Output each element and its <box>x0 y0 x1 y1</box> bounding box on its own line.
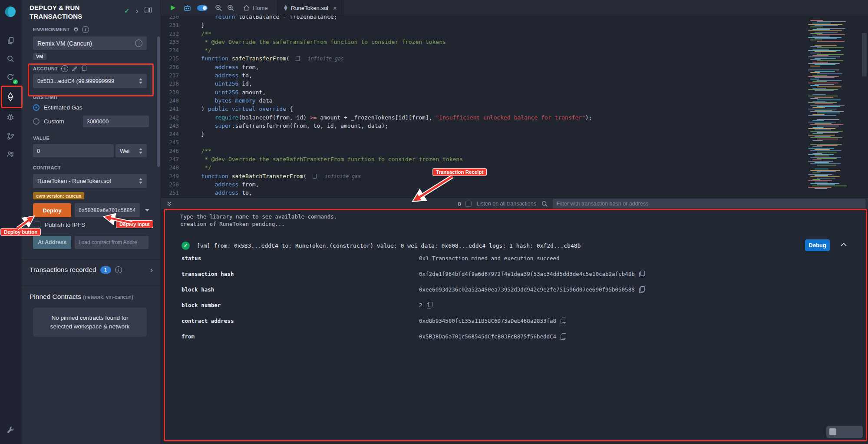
copy-icon[interactable] <box>639 271 644 277</box>
copilot-toggle[interactable] <box>195 0 209 16</box>
copy-icon[interactable] <box>561 318 566 324</box>
divider <box>21 285 161 285</box>
zoom-out-button[interactable] <box>213 0 224 16</box>
copy-account-icon[interactable] <box>81 66 86 72</box>
tab-home[interactable]: Home <box>237 0 274 16</box>
compile-success-badge-icon: ✓ <box>13 80 18 84</box>
code-line: 240 bytes memory data <box>161 96 803 105</box>
terminal-search-icon[interactable] <box>541 200 548 207</box>
transactions-info-icon[interactable]: i <box>115 266 122 273</box>
value-input[interactable] <box>33 144 114 157</box>
settings-button[interactable] <box>0 421 21 439</box>
listen-all-checkbox[interactable] <box>465 201 472 207</box>
estimated-gas-radio[interactable] <box>33 104 40 111</box>
code-line: 247 * @dev Override the safeBatchTransfe… <box>161 155 803 163</box>
tab-close-icon[interactable]: × <box>333 4 337 12</box>
play-icon <box>169 4 176 11</box>
panel-scrollbar[interactable] <box>157 36 160 167</box>
debug-button[interactable]: Debug <box>805 239 830 251</box>
remix-logo[interactable] <box>0 3 21 21</box>
publish-ipfs-checkbox[interactable] <box>34 222 40 228</box>
terminal-filter-input[interactable] <box>553 199 865 209</box>
publish-ipfs-row: Publish to IPFS <box>34 222 85 228</box>
terminal[interactable]: Type the library name to see available c… <box>161 210 868 444</box>
run-script-button[interactable] <box>167 0 179 16</box>
deploy-run-button[interactable] <box>0 88 21 106</box>
at-address-input[interactable] <box>75 236 149 249</box>
value-label: VALUE <box>33 136 50 141</box>
environment-info-icon[interactable]: i <box>82 26 89 33</box>
account-label-row: ACCOUNT + <box>33 65 86 72</box>
unit-stepper-icon[interactable] <box>139 148 142 154</box>
file-explorer-button[interactable] <box>0 31 21 50</box>
copy-icon[interactable] <box>427 302 432 308</box>
transactions-chevron-icon[interactable]: › <box>150 266 153 273</box>
code-line: 248 */ <box>161 163 803 172</box>
panel-title: DEPLOY & RUN TRANSACTIONS <box>30 3 123 20</box>
code-line: 250 address from, <box>161 180 803 189</box>
terminal-header-right: 0 Listen on all transactions <box>458 199 865 209</box>
account-stepper-icon[interactable] <box>139 78 142 84</box>
layout-toggle-button[interactable] <box>145 7 152 15</box>
remix-logo-icon <box>3 5 17 19</box>
account-value: 0x5B3...eddC4 (99.999999999 <box>37 78 114 84</box>
deploy-run-panel: DEPLOY & RUN TRANSACTIONS ✓ › ENVIRONMEN… <box>21 0 161 444</box>
plug-icon[interactable] <box>73 27 79 33</box>
receipt-row: contract address0xd8b934580fcE35a11B58C6… <box>182 313 858 328</box>
receipt-key: status <box>182 255 419 262</box>
code-line: 241 ) public virtual override { <box>161 105 803 113</box>
source-control-button[interactable] <box>0 127 21 145</box>
transactions-recorded-row[interactable]: Transactions recorded 1 i › <box>30 266 156 274</box>
code-line: 246 /** <box>161 147 803 155</box>
ai-assistant-button[interactable] <box>181 0 194 16</box>
zoom-in-button[interactable] <box>225 0 236 16</box>
receipt-value: 0xf2de1f964bfd4f9a6d67972f4e1dea39f53ac3… <box>419 271 644 277</box>
minimap[interactable] <box>808 17 849 189</box>
solidity-compiler-button[interactable]: ✓ <box>0 68 21 86</box>
custom-gas-input[interactable] <box>83 116 149 127</box>
tab-runetoken[interactable]: RuneToken.sol × <box>277 0 343 16</box>
value-unit-select[interactable]: Wei <box>116 144 147 157</box>
debugger-button[interactable] <box>0 108 21 126</box>
value-unit: Wei <box>120 148 129 154</box>
add-account-icon[interactable]: + <box>61 65 68 72</box>
panel-expand-chevron-icon[interactable]: › <box>136 8 139 14</box>
environment-select[interactable]: Remix VM (Cancun) <box>33 36 147 50</box>
transactions-count-badge: 1 <box>100 266 111 274</box>
pinned-contracts-row: Pinned Contracts (network: vm-cancun) <box>30 293 133 301</box>
deploy-args-input[interactable] <box>75 203 140 217</box>
contract-select[interactable]: RuneToken - RuneToken.sol <box>33 174 147 188</box>
receipt-collapse-icon[interactable] <box>840 242 847 247</box>
receipt-value: 0xee6093d236c02a52a450ea73952d3dd942c9e2… <box>419 286 644 293</box>
terminal-expand-icon[interactable] <box>166 201 173 207</box>
code-line: 236 address from, <box>161 63 803 71</box>
pinned-network-label: (network: vm-cancun) <box>83 294 133 300</box>
terminal-header: 0 Listen on all transactions <box>161 198 868 210</box>
receipt-summary: [vm] from: 0x5B3...eddC4 to: RuneToken.(… <box>197 242 581 249</box>
custom-gas-radio[interactable] <box>33 118 40 125</box>
copy-icon[interactable] <box>561 333 566 339</box>
editor-scrollbar[interactable] <box>862 33 867 76</box>
tab-home-label: Home <box>253 5 268 11</box>
plugin-manager-button[interactable] <box>0 145 21 163</box>
search-button[interactable] <box>0 50 21 68</box>
sign-message-icon[interactable] <box>72 66 77 72</box>
deploy-button[interactable]: Deploy <box>33 203 71 217</box>
environment-value: Remix VM (Cancun) <box>37 40 92 47</box>
copy-icon[interactable] <box>639 286 644 292</box>
zoom-out-icon <box>215 4 222 12</box>
account-select[interactable]: 0x5B3...eddC4 (99.999999999 <box>33 74 147 88</box>
code-line: 235 function safeTransferFrom( infinite … <box>161 54 803 63</box>
contract-stepper-icon[interactable] <box>139 178 142 184</box>
receipt-row: transaction hash0xf2de1f964bfd4f9a6d6797… <box>182 266 858 282</box>
divider <box>21 259 161 260</box>
environment-state-icon[interactable] <box>135 40 142 47</box>
at-address-button[interactable]: At Address <box>33 236 71 249</box>
home-icon <box>243 5 250 11</box>
activity-bar: ✓ <box>0 0 21 444</box>
code-lines: 230 return totalBalance - frozenBalance;… <box>161 16 803 197</box>
deploy-options-chevron-icon[interactable] <box>145 209 149 212</box>
code-editor[interactable]: 230 return totalBalance - frozenBalance;… <box>161 16 868 198</box>
environment-label-row: ENVIRONMENT i <box>33 26 89 33</box>
robot-icon <box>183 4 191 12</box>
